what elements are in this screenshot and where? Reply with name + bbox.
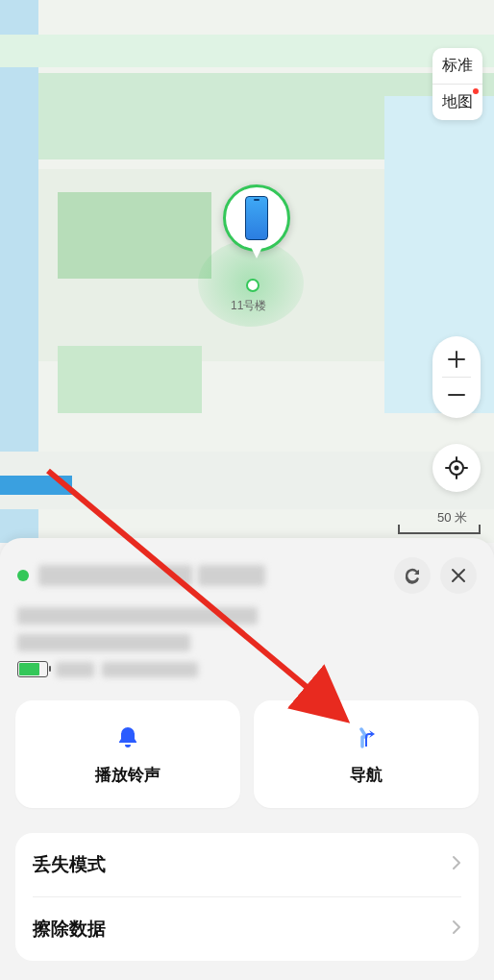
map-green-2 [58,346,202,413]
erase-data-label: 擦除数据 [33,917,106,942]
play-sound-label: 播放铃声 [95,764,161,786]
lost-mode-row[interactable]: 丢失模式 [15,833,479,896]
navigate-icon [352,723,381,752]
close-button[interactable] [440,557,477,594]
map-strip [0,452,494,509]
online-status-dot [17,570,29,581]
plus-icon [446,349,467,370]
map-layer-standard[interactable]: 标准 [432,48,482,84]
zoom-in-button[interactable] [432,342,481,377]
lost-mode-label: 丢失模式 [33,852,106,877]
minus-icon [446,384,467,405]
play-sound-card[interactable]: 播放铃声 [15,700,240,808]
refresh-button[interactable] [394,557,431,594]
navigate-label: 导航 [350,764,383,786]
map-layer-toggle: 标准 地图 [432,48,482,120]
map-layer-map-label: 地图 [442,93,473,110]
phone-icon [245,196,268,240]
erase-data-row[interactable]: 擦除数据 [15,897,479,961]
navigate-card[interactable]: 导航 [254,700,479,808]
svg-point-1 [455,466,459,471]
device-name [38,565,384,586]
battery-icon [17,661,48,677]
refresh-icon [403,566,422,585]
map-marker-blue [0,476,72,495]
map-green-1 [58,192,211,279]
battery-row [17,661,477,677]
zoom-out-button[interactable] [432,378,481,412]
chevron-right-icon [452,919,461,940]
map-layer-map[interactable]: 地图 [432,85,482,120]
map-scale: 50 米 [398,509,481,534]
app-root: 11号楼 标准 地图 [0,0,494,980]
location-dot [246,279,259,292]
device-subinfo [0,607,494,700]
locate-icon [444,455,469,480]
map-point-label: 11号楼 [231,298,266,314]
action-cards: 播放铃声 导航 [0,700,494,808]
zoom-control [432,336,481,418]
map-road-1 [0,35,494,67]
close-icon [450,567,467,584]
options-list: 丢失模式 擦除数据 [15,833,479,961]
locate-me-button[interactable] [432,444,481,492]
sheet-header [0,548,494,607]
notification-dot [473,88,479,94]
bell-icon [113,723,142,752]
device-info-sheet: 播放铃声 导航 丢失模式 擦除数据 [0,538,494,980]
map-canvas[interactable]: 11号楼 标准 地图 [0,0,494,543]
device-location-pin[interactable] [223,184,290,252]
battery-fill [19,663,39,675]
chevron-right-icon [452,855,461,875]
